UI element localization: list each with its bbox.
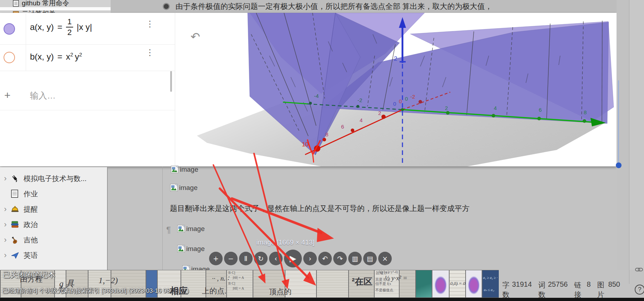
page-thumbnail[interactable] xyxy=(158,270,181,297)
inline-image-placeholder[interactable]: image xyxy=(170,184,198,193)
add-input-button[interactable]: + xyxy=(4,89,11,101)
help-icon[interactable]: ? xyxy=(635,285,644,295)
page-thumbnail[interactable] xyxy=(349,270,374,297)
chevron-right-icon[interactable]: › xyxy=(0,251,11,260)
page-thumbnail[interactable] xyxy=(375,270,399,297)
image-alt-label: image xyxy=(186,225,205,232)
axis-point[interactable] xyxy=(381,115,386,119)
algebra-scrollbar[interactable] xyxy=(170,71,172,92)
graph-scrollbar-thumb[interactable] xyxy=(616,162,622,168)
page-thumbnail[interactable] xyxy=(317,270,348,297)
pause-button[interactable]: Ⅱ xyxy=(239,252,253,265)
page-thumbnail[interactable] xyxy=(55,270,66,297)
bullet-icon xyxy=(163,3,170,10)
page-thumbnail[interactable] xyxy=(416,270,432,297)
axis-point[interactable] xyxy=(492,114,495,117)
plane-icon xyxy=(11,251,20,260)
redo-button[interactable]: ↷ xyxy=(333,252,347,265)
link-icon[interactable] xyxy=(635,267,643,272)
page-thumbnail[interactable] xyxy=(450,270,465,297)
play-button[interactable]: ▶ xyxy=(284,250,302,267)
sidebar-item-bell[interactable]: ›提醒 xyxy=(0,202,106,216)
sidebar-item-label: 作业 xyxy=(24,189,38,199)
page-thumbnail[interactable] xyxy=(400,270,415,297)
sidebar-item-label: 政治 xyxy=(24,220,38,230)
axis-point[interactable] xyxy=(356,105,359,108)
axis-point[interactable] xyxy=(351,129,354,132)
inline-image-placeholder[interactable]: image xyxy=(177,225,205,234)
close-button[interactable]: × xyxy=(378,252,392,265)
next-button[interactable]: › xyxy=(303,252,317,265)
page-thumbnail[interactable] xyxy=(285,270,316,297)
page-thumbnail[interactable] xyxy=(466,270,482,297)
function-name: b(x, y) xyxy=(30,52,54,62)
note-text: 由于条件极值的实际问题一定有极大极小值，所以把所有备选点全部 算出来，取大的为极… xyxy=(176,1,492,11)
expression: x2 y2 xyxy=(66,52,84,62)
print-button[interactable]: ▤ xyxy=(363,252,377,265)
axis-point[interactable] xyxy=(309,102,312,105)
axis-point[interactable] xyxy=(401,108,404,111)
page-thumbnail[interactable] xyxy=(146,270,157,297)
zoom-out-button[interactable]: − xyxy=(224,252,238,265)
sidebar-item-plane[interactable]: ›英语 xyxy=(0,248,106,262)
page-thumbnail[interactable] xyxy=(111,270,146,297)
row-menu-icon[interactable]: ⋮ xyxy=(146,47,154,57)
page-thumbnail[interactable] xyxy=(227,270,253,297)
page-thumbnail[interactable] xyxy=(181,270,206,297)
chevron-right-icon[interactable]: › xyxy=(0,220,11,229)
page-thumbnail[interactable] xyxy=(253,270,285,297)
note-bullet-line[interactable]: 由于条件极值的实际问题一定有极大极小值，所以把所有备选点全部 算出来，取大的为极… xyxy=(163,1,591,12)
axis-tick-label: 6 xyxy=(539,107,542,113)
refresh-button[interactable]: ↻ xyxy=(254,252,268,265)
page-thumbnail[interactable] xyxy=(66,270,88,297)
undo-button[interactable]: ↶ xyxy=(318,252,332,265)
sidebar-item-document[interactable]: 作业 xyxy=(0,187,106,201)
axis-point[interactable] xyxy=(446,111,450,115)
axis-point[interactable] xyxy=(537,117,541,120)
axis-point[interactable] xyxy=(419,100,422,104)
equals-sign: = xyxy=(57,22,62,32)
notebook-item-github[interactable]: github 常用命令 xyxy=(13,0,69,7)
page-thumbnail[interactable] xyxy=(88,270,111,297)
screen: github 常用命令 云计算相关… 由于条件极值的实际问题一定有极大极小值，所… xyxy=(0,0,644,301)
page-thumbnail[interactable] xyxy=(206,270,226,297)
inline-image-placeholder[interactable]: image xyxy=(177,245,205,254)
visibility-toggle-circle[interactable] xyxy=(4,23,15,35)
zoom-in-button[interactable]: + xyxy=(209,252,223,265)
notebook-list-peek: github 常用命令 云计算相关… xyxy=(0,0,111,13)
algebra-row[interactable]: a(x, y)=12|x y|⋮ xyxy=(0,14,175,45)
inline-image-placeholder[interactable]: image xyxy=(171,166,198,175)
sidebar-item-plug[interactable]: ›模拟电子技术与数... xyxy=(0,171,106,186)
sidebar-item-books[interactable]: ›政治 xyxy=(0,217,106,232)
axis-point[interactable] xyxy=(323,138,326,141)
notebook-item-partial[interactable]: 云计算相关… xyxy=(13,10,62,13)
axis-point[interactable] xyxy=(583,119,586,123)
axis-tick-label: -2 xyxy=(410,94,415,100)
status-字数: 字数31914 xyxy=(502,280,532,300)
page-thumbnail[interactable] xyxy=(432,270,449,297)
note-paragraph[interactable]: 题目翻译出来是这两个式子，显然在轴上的点又是不可导的，所以还是像上题一样变成平方 xyxy=(170,204,530,214)
status-label: 字数 xyxy=(502,280,509,300)
status-value: 8 xyxy=(587,280,591,300)
page-thumbnail[interactable] xyxy=(21,270,54,297)
previous-button[interactable]: ‹ xyxy=(269,252,283,265)
axis-point[interactable] xyxy=(314,145,320,152)
page-thumbnail[interactable] xyxy=(1,270,21,297)
3d-graph-view[interactable]: 2000-4-22468-2246810 xyxy=(175,13,617,166)
chevron-right-icon[interactable]: › xyxy=(0,235,11,245)
graph-scrollbar-track[interactable] xyxy=(618,80,619,164)
sidebar-item-guitar[interactable]: ›吉他 xyxy=(0,233,106,247)
broken-image-icon xyxy=(177,225,185,234)
chevron-right-icon[interactable]: › xyxy=(0,205,11,214)
page-thumbnail[interactable] xyxy=(482,270,499,297)
row-menu-icon[interactable]: ⋮ xyxy=(146,19,154,29)
algebra-input-placeholder[interactable]: 输入… xyxy=(30,90,56,101)
chevron-right-icon[interactable]: › xyxy=(0,174,11,183)
gallery-button[interactable]: ▥ xyxy=(348,252,362,265)
image-alt-label: image xyxy=(186,245,205,252)
algebra-row[interactable]: b(x, y)=x2 y2 ⋮ xyxy=(0,44,175,71)
top-bar: github 常用命令 云计算相关… 由于条件极值的实际问题一定有极大极小值，所… xyxy=(0,0,644,13)
algebra-input-row[interactable]: + 输入… xyxy=(0,84,175,110)
visibility-toggle-circle[interactable] xyxy=(4,52,15,63)
axis-tick-label: 4 xyxy=(494,105,497,111)
